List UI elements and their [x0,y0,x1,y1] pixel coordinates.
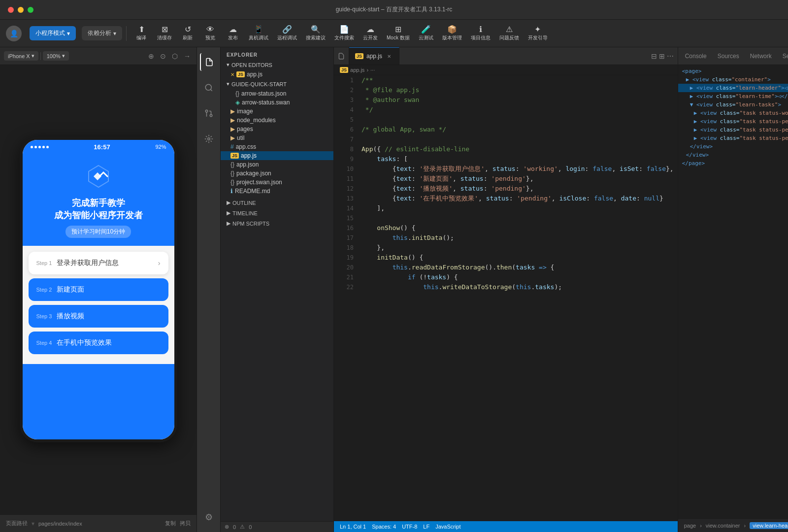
device-selector[interactable]: iPhone X ▾ [4,51,38,61]
more-icon[interactable]: ⋯ [667,52,674,60]
folder-image[interactable]: ▶ image [221,107,333,116]
window-title: guide-quick-start – 百度开发者工具 3.13.1-rc [336,5,453,14]
preview-btn[interactable]: 👁 预览 [199,24,221,43]
minimize-button[interactable] [18,7,24,13]
compile-btn[interactable]: ⬆ 编译 [131,24,152,43]
dom-task-2[interactable]: ▶ <view class="task status-pending swan-… [678,126,788,134]
code-text: }, [361,243,674,253]
real-debug-btn[interactable]: 📱 真机调试 [245,24,272,43]
file-readme[interactable]: ℹ README.md [221,187,333,196]
tab-close-btn[interactable]: ✕ [385,52,393,60]
close-button[interactable] [8,7,14,13]
outline-title[interactable]: ▶ OUTLINE [221,198,333,208]
rotate-icon[interactable]: ⊙ [160,52,166,60]
devtools-tabs: Console Sources Network Security AppData… [678,47,788,65]
dom-close-view[interactable]: </view> [678,142,788,151]
copy-btn[interactable]: 复制 [165,520,176,527]
maximize-button[interactable] [28,7,33,13]
cloud-btn[interactable]: ☁ 云开发 [359,24,382,43]
cloud-test-btn[interactable]: 🧪 云测试 [415,24,437,43]
refresh-btn[interactable]: ↺ 刷新 [177,24,198,43]
timeline-title[interactable]: ▶ TIMELINE [221,208,333,218]
signal-dot-1 [31,146,33,148]
mode-selector[interactable]: 小程序模式 ▾ [30,26,76,40]
version-btn[interactable]: 📦 版本管理 [438,24,466,43]
clear-cache-btn[interactable]: ⊠ 清缓存 [153,24,176,43]
folder-util[interactable]: ▶ util [221,133,333,142]
zoom-selector[interactable]: 100% ▾ [43,51,69,61]
folder-name: util [237,134,244,141]
dom-task-1[interactable]: ▶ <view class="task status-pending swan-… [678,117,788,126]
step-1-item[interactable]: Step 1 登录并获取用户信息 › [29,252,168,274]
devtools-tab-network[interactable]: Network [745,51,777,62]
dom-task-0[interactable]: ▶ <view class="task status-working swan-… [678,109,788,117]
layout-icon[interactable]: ⊞ [659,52,665,60]
sidebar-files-icon[interactable] [200,53,218,71]
project-info-btn[interactable]: ℹ 项目信息 [467,24,494,43]
step-4-item[interactable]: Step 4 在手机中预览效果 [29,332,168,354]
sidebar-debug-icon[interactable] [200,130,218,148]
open-file-appjs[interactable]: ✕ JS app.js [221,70,333,79]
code-editor[interactable]: 1 /** 2 * @file app.js 3 * @author swan … [334,75,678,521]
phone-panel: iPhone X ▾ 100% ▾ ⊕ ⊙ ⬡ → [0,47,197,532]
step-2-item[interactable]: Step 2 新建页面 [29,278,168,301]
folder-pages[interactable]: ▶ pages [221,125,333,133]
breadcrumb-learn-header[interactable]: view.learn-header [750,522,788,529]
split-editor-icon[interactable]: ⊟ [651,52,657,60]
dom-learn-tasks[interactable]: ▼ <view class="learn-tasks"> [678,100,788,109]
dom-task-3[interactable]: ▶ <view class="task status-pending swan-… [678,134,788,142]
code-text: onShow() { [361,223,674,233]
file-name: arrow-status.swan [242,99,290,106]
open-editors-section[interactable]: ▾ OPEN EDITORS [221,60,333,70]
line-number: 22 [338,282,354,292]
code-line-2: 2 * @file app.js [334,85,678,95]
issues-btn[interactable]: ⚠ 问题反馈 [495,24,523,43]
sidebar-git-icon[interactable] [200,104,218,122]
project-section[interactable]: ▾ GUIDE-QUICK-START [221,79,333,89]
code-line-4: 4 */ [334,105,678,115]
breadcrumb-container[interactable]: view.container [706,523,740,529]
devtools-tab-security[interactable]: Security [778,51,788,62]
step-3-item[interactable]: Step 3 播放视频 [29,305,168,328]
dom-close-container[interactable]: </view> [678,151,788,159]
file-search-btn[interactable]: 📄 文件搜索 [330,24,358,43]
zoom-in-icon[interactable]: ⊕ [148,52,154,60]
dep-selector[interactable]: 依赖分析 ▾ [82,26,122,40]
npm-scripts-title[interactable]: ▶ NPM SCRIPTS [221,218,333,229]
mock-btn[interactable]: ⊞ Mock 数据 [383,24,414,43]
forward-icon[interactable]: → [184,52,191,60]
file-arrow-json[interactable]: {} arrow-status.json [221,89,333,98]
line-number: 13 [338,194,354,203]
open-file-close-icon: ✕ [230,72,234,77]
sidebar-search-icon[interactable] [200,79,218,97]
dom-container[interactable]: ▶ <view class="container"> [678,75,788,84]
outline-chevron: ▶ [227,200,230,206]
publish-btn[interactable]: ☁ 发布 [222,24,244,43]
code-line-8: 8 App({ // eslint-disable-line [334,144,678,154]
breadcrumb-page[interactable]: page [684,523,696,529]
dom-page[interactable]: <page> [678,67,788,75]
paste-btn[interactable]: 拷贝 [180,520,191,527]
dom-close-page[interactable]: </page> [678,159,788,167]
folder-node-modules[interactable]: ▶ node_modules [221,116,333,125]
devtools-tab-sources[interactable]: Sources [713,51,744,62]
guide-btn[interactable]: ✦ 开发引导 [524,24,552,43]
file-package-json[interactable]: {} package.json [221,169,333,178]
devtools-tab-console[interactable]: Console [680,51,712,62]
tab-appjs[interactable]: JS app.js ✕ [349,47,399,65]
file-project-swan-json[interactable]: {} project.swan.json [221,178,333,187]
file-app-js[interactable]: JS app.js [221,151,333,160]
code-line-20: 20 this.readDataFromStorage().then(tasks… [334,263,678,272]
remote-debug-btn[interactable]: 🔗 远程调试 [273,24,301,43]
avatar[interactable]: 👤 [6,26,22,41]
file-arrow-swan[interactable]: ◈ arrow-status.swan [221,98,333,107]
sidebar-settings-icon[interactable]: ⚙ [200,508,218,526]
file-app-css[interactable]: # app.css [221,142,333,151]
dom-learn-header[interactable]: ▶ <view class="learn-header">◁</view> [678,84,788,92]
dom-learn-time[interactable]: ▶ <view class="learn-time">◁</view> [678,92,788,100]
project-info-icon: ℹ [479,26,482,33]
file-explorer-btn[interactable] [334,47,349,65]
screenshot-icon[interactable]: ⬡ [172,52,178,60]
file-app-json[interactable]: {} app.json [221,160,333,169]
search-suggest-btn[interactable]: 🔍 搜索建议 [302,24,329,43]
